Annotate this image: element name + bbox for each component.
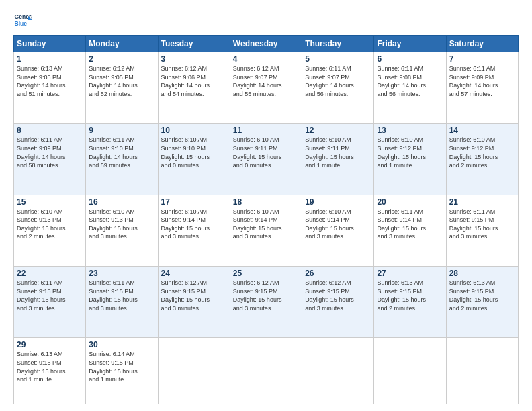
calendar-cell: 23Sunrise: 6:11 AM Sunset: 9:15 PM Dayli… (86, 266, 158, 337)
calendar-cell: 18Sunrise: 6:10 AM Sunset: 9:14 PM Dayli… (230, 195, 302, 266)
calendar-cell (230, 338, 302, 404)
day-info: Sunrise: 6:11 AM Sunset: 9:08 PM Dayligh… (377, 64, 443, 98)
calendar-cell (302, 338, 374, 404)
calendar-week-row: 8Sunrise: 6:11 AM Sunset: 9:09 PM Daylig… (14, 124, 519, 195)
logo-icon: General Blue (13, 11, 32, 30)
calendar-cell: 2Sunrise: 6:12 AM Sunset: 9:05 PM Daylig… (86, 52, 158, 124)
calendar-cell: 17Sunrise: 6:10 AM Sunset: 9:14 PM Dayli… (158, 195, 230, 266)
calendar-cell: 25Sunrise: 6:12 AM Sunset: 9:15 PM Dayli… (230, 266, 302, 337)
day-number: 29 (17, 340, 83, 349)
day-number: 9 (89, 126, 154, 135)
day-info: Sunrise: 6:14 AM Sunset: 9:15 PM Dayligh… (89, 350, 154, 383)
day-info: Sunrise: 6:10 AM Sunset: 9:14 PM Dayligh… (161, 208, 227, 241)
day-number: 22 (17, 269, 83, 278)
day-number: 4 (233, 54, 299, 64)
calendar-week-row: 1Sunrise: 6:13 AM Sunset: 9:05 PM Daylig… (14, 52, 519, 124)
day-number: 19 (305, 197, 371, 207)
day-info: Sunrise: 6:10 AM Sunset: 9:13 PM Dayligh… (89, 208, 154, 241)
calendar-cell: 8Sunrise: 6:11 AM Sunset: 9:09 PM Daylig… (14, 124, 86, 195)
day-number: 13 (377, 126, 443, 135)
calendar-cell: 15Sunrise: 6:10 AM Sunset: 9:13 PM Dayli… (14, 195, 86, 266)
calendar-cell: 19Sunrise: 6:10 AM Sunset: 9:14 PM Dayli… (302, 195, 374, 266)
day-number: 7 (449, 54, 515, 64)
calendar-cell (158, 338, 230, 404)
day-info: Sunrise: 6:12 AM Sunset: 9:15 PM Dayligh… (305, 279, 371, 312)
day-number: 6 (377, 54, 443, 64)
calendar-cell: 5Sunrise: 6:11 AM Sunset: 9:07 PM Daylig… (302, 52, 374, 124)
calendar-cell: 7Sunrise: 6:11 AM Sunset: 9:09 PM Daylig… (446, 52, 518, 124)
header: General Blue (13, 11, 519, 30)
day-info: Sunrise: 6:11 AM Sunset: 9:09 PM Dayligh… (449, 64, 515, 98)
day-number: 18 (233, 197, 299, 207)
day-number: 28 (449, 269, 515, 278)
day-info: Sunrise: 6:11 AM Sunset: 9:07 PM Dayligh… (305, 64, 371, 98)
day-info: Sunrise: 6:13 AM Sunset: 9:15 PM Dayligh… (377, 279, 443, 312)
calendar-cell: 21Sunrise: 6:11 AM Sunset: 9:15 PM Dayli… (446, 195, 518, 266)
calendar-cell: 27Sunrise: 6:13 AM Sunset: 9:15 PM Dayli… (374, 266, 446, 337)
day-info: Sunrise: 6:10 AM Sunset: 9:13 PM Dayligh… (17, 208, 83, 241)
day-info: Sunrise: 6:10 AM Sunset: 9:10 PM Dayligh… (161, 136, 227, 169)
day-number: 12 (305, 126, 371, 135)
calendar-header-friday: Friday (374, 36, 446, 52)
day-number: 30 (89, 340, 154, 349)
calendar-cell: 24Sunrise: 6:12 AM Sunset: 9:15 PM Dayli… (158, 266, 230, 337)
calendar-cell: 11Sunrise: 6:10 AM Sunset: 9:11 PM Dayli… (230, 124, 302, 195)
day-info: Sunrise: 6:11 AM Sunset: 9:15 PM Dayligh… (449, 208, 515, 241)
calendar-cell: 10Sunrise: 6:10 AM Sunset: 9:10 PM Dayli… (158, 124, 230, 195)
day-info: Sunrise: 6:10 AM Sunset: 9:12 PM Dayligh… (449, 136, 515, 169)
calendar-cell: 22Sunrise: 6:11 AM Sunset: 9:15 PM Dayli… (14, 266, 86, 337)
calendar-cell: 4Sunrise: 6:12 AM Sunset: 9:07 PM Daylig… (230, 52, 302, 124)
day-number: 11 (233, 126, 299, 135)
day-info: Sunrise: 6:12 AM Sunset: 9:06 PM Dayligh… (161, 64, 227, 98)
day-number: 21 (449, 197, 515, 207)
calendar-week-row: 15Sunrise: 6:10 AM Sunset: 9:13 PM Dayli… (14, 195, 519, 266)
day-info: Sunrise: 6:11 AM Sunset: 9:09 PM Dayligh… (17, 136, 83, 169)
calendar-cell: 13Sunrise: 6:10 AM Sunset: 9:12 PM Dayli… (374, 124, 446, 195)
day-info: Sunrise: 6:13 AM Sunset: 9:15 PM Dayligh… (449, 279, 515, 312)
logo: General Blue (13, 11, 32, 30)
calendar-cell (446, 338, 518, 404)
calendar-cell: 9Sunrise: 6:11 AM Sunset: 9:10 PM Daylig… (86, 124, 158, 195)
calendar-header-tuesday: Tuesday (158, 36, 230, 52)
day-number: 24 (161, 269, 227, 278)
day-info: Sunrise: 6:13 AM Sunset: 9:15 PM Dayligh… (17, 350, 83, 383)
calendar-cell: 12Sunrise: 6:10 AM Sunset: 9:11 PM Dayli… (302, 124, 374, 195)
day-number: 27 (377, 269, 443, 278)
day-number: 23 (89, 269, 154, 278)
day-info: Sunrise: 6:12 AM Sunset: 9:05 PM Dayligh… (89, 64, 154, 98)
day-number: 20 (377, 197, 443, 207)
day-info: Sunrise: 6:12 AM Sunset: 9:07 PM Dayligh… (233, 64, 299, 98)
calendar-header-sunday: Sunday (14, 36, 86, 52)
calendar-cell: 1Sunrise: 6:13 AM Sunset: 9:05 PM Daylig… (14, 52, 86, 124)
calendar-cell: 16Sunrise: 6:10 AM Sunset: 9:13 PM Dayli… (86, 195, 158, 266)
calendar-cell: 20Sunrise: 6:11 AM Sunset: 9:14 PM Dayli… (374, 195, 446, 266)
day-number: 14 (449, 126, 515, 135)
day-info: Sunrise: 6:12 AM Sunset: 9:15 PM Dayligh… (233, 279, 299, 312)
day-info: Sunrise: 6:10 AM Sunset: 9:11 PM Dayligh… (305, 136, 371, 169)
calendar-cell: 30Sunrise: 6:14 AM Sunset: 9:15 PM Dayli… (86, 338, 158, 404)
day-number: 2 (89, 54, 154, 64)
day-number: 17 (161, 197, 227, 207)
calendar-cell: 6Sunrise: 6:11 AM Sunset: 9:08 PM Daylig… (374, 52, 446, 124)
page: General Blue SundayMondayTuesdayWednesda… (0, 0, 532, 411)
day-info: Sunrise: 6:10 AM Sunset: 9:14 PM Dayligh… (305, 208, 371, 241)
day-number: 5 (305, 54, 371, 64)
day-info: Sunrise: 6:11 AM Sunset: 9:10 PM Dayligh… (89, 136, 154, 169)
calendar-cell: 29Sunrise: 6:13 AM Sunset: 9:15 PM Dayli… (14, 338, 86, 404)
day-info: Sunrise: 6:12 AM Sunset: 9:15 PM Dayligh… (161, 279, 227, 312)
day-info: Sunrise: 6:11 AM Sunset: 9:15 PM Dayligh… (17, 279, 83, 312)
calendar-header-saturday: Saturday (446, 36, 518, 52)
calendar-header-row: SundayMondayTuesdayWednesdayThursdayFrid… (14, 36, 519, 52)
day-number: 1 (17, 54, 83, 64)
day-info: Sunrise: 6:10 AM Sunset: 9:12 PM Dayligh… (377, 136, 443, 169)
day-number: 10 (161, 126, 227, 135)
calendar-cell (374, 338, 446, 404)
calendar-header-thursday: Thursday (302, 36, 374, 52)
day-info: Sunrise: 6:10 AM Sunset: 9:14 PM Dayligh… (233, 208, 299, 241)
calendar-header-wednesday: Wednesday (230, 36, 302, 52)
day-number: 15 (17, 197, 83, 207)
calendar-cell: 28Sunrise: 6:13 AM Sunset: 9:15 PM Dayli… (446, 266, 518, 337)
day-number: 8 (17, 126, 83, 135)
day-number: 16 (89, 197, 154, 207)
day-number: 3 (161, 54, 227, 64)
